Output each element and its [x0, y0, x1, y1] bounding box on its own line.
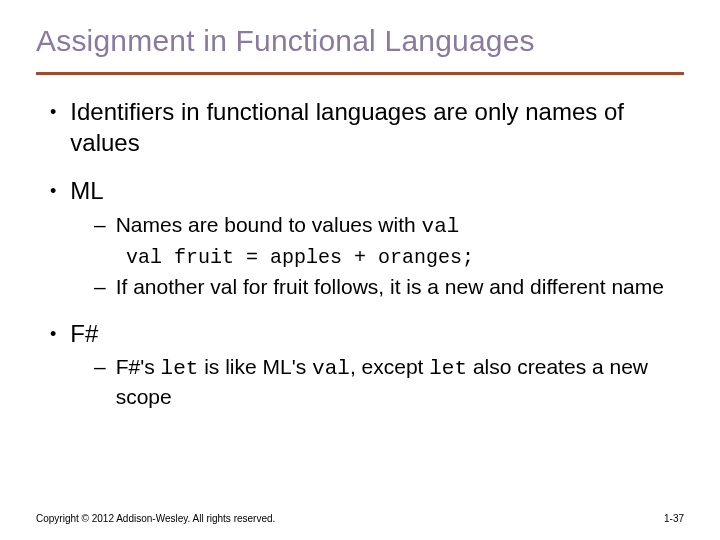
bullet-text: If another val for fruit follows, it is … [116, 273, 684, 300]
bullet-level1: • ML [36, 176, 684, 207]
bullet-text: Names are bound to values with val [116, 211, 684, 240]
bullet-text: F# [70, 319, 684, 350]
code-inline: let [161, 357, 199, 380]
list-item: • ML – Names are bound to values with va… [36, 176, 684, 300]
bullet-dot-icon: • [50, 97, 56, 127]
bullet-dash-icon: – [94, 273, 106, 300]
list-item: • F# – F#'s let is like ML's val, except… [36, 319, 684, 410]
bullet-text: F#'s let is like ML's val, except let al… [116, 353, 684, 410]
bullet-list: • Identifiers in functional languages ar… [36, 97, 684, 410]
bullet-level1: • F# [36, 319, 684, 350]
text-fragment: , except [350, 355, 429, 378]
bullet-level2: – If another val for fruit follows, it i… [36, 273, 684, 300]
slide-title: Assignment in Functional Languages [36, 24, 684, 58]
text-fragment: is like ML's [198, 355, 312, 378]
bullet-level2: – Names are bound to values with val [36, 211, 684, 240]
bullet-level1: • Identifiers in functional languages ar… [36, 97, 684, 158]
bullet-text: ML [70, 176, 684, 207]
bullet-dot-icon: • [50, 319, 56, 349]
bullet-level2: – F#'s let is like ML's val, except let … [36, 353, 684, 410]
code-inline: val [312, 357, 350, 380]
list-item: • Identifiers in functional languages ar… [36, 97, 684, 158]
text-fragment: F#'s [116, 355, 161, 378]
code-inline: val [422, 215, 460, 238]
text-fragment: Names are bound to values with [116, 213, 422, 236]
bullet-dot-icon: • [50, 176, 56, 206]
slide: Assignment in Functional Languages • Ide… [0, 0, 720, 410]
bullet-dash-icon: – [94, 353, 106, 380]
code-inline: let [429, 357, 467, 380]
copyright-text: Copyright © 2012 Addison-Wesley. All rig… [36, 513, 275, 524]
bullet-text: Identifiers in functional languages are … [70, 97, 684, 158]
page-number: 1-37 [664, 513, 684, 524]
bullet-dash-icon: – [94, 211, 106, 238]
footer: Copyright © 2012 Addison-Wesley. All rig… [36, 513, 684, 524]
title-rule [36, 72, 684, 75]
code-line: val fruit = apples + oranges; [36, 246, 684, 269]
